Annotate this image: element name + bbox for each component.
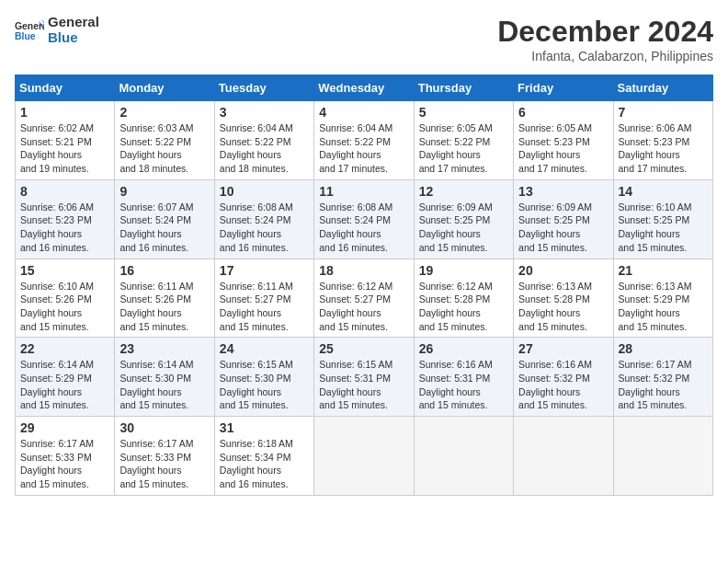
calendar-cell [514,417,613,496]
calendar-week-row: 22Sunrise: 6:14 AMSunset: 5:29 PMDayligh… [16,338,713,417]
day-number: 9 [119,184,209,199]
calendar-week-row: 29Sunrise: 6:17 AMSunset: 5:33 PMDayligh… [16,417,713,496]
day-number: 7 [619,105,708,120]
day-info: Sunrise: 6:08 AMSunset: 5:24 PMDaylight … [319,201,408,255]
month-title: December 2024 [497,15,713,49]
calendar-cell: 6Sunrise: 6:05 AMSunset: 5:23 PMDaylight… [514,101,613,180]
calendar-cell: 14Sunrise: 6:10 AMSunset: 5:25 PMDayligh… [613,179,712,259]
day-info: Sunrise: 6:13 AMSunset: 5:29 PMDaylight … [619,280,708,334]
calendar-cell: 26Sunrise: 6:16 AMSunset: 5:31 PMDayligh… [414,338,513,417]
day-info: Sunrise: 6:15 AMSunset: 5:31 PMDaylight … [319,358,408,412]
day-number: 18 [319,263,408,278]
calendar-cell: 27Sunrise: 6:16 AMSunset: 5:32 PMDayligh… [514,338,613,417]
svg-text:Blue: Blue [15,31,36,41]
day-number: 10 [220,184,309,199]
day-info: Sunrise: 6:03 AMSunset: 5:22 PMDaylight … [119,121,209,176]
calendar-table: SundayMondayTuesdayWednesdayThursdayFrid… [15,75,713,496]
day-info: Sunrise: 6:10 AMSunset: 5:25 PMDaylight … [619,201,708,255]
calendar-week-row: 15Sunrise: 6:10 AMSunset: 5:26 PMDayligh… [16,259,713,338]
day-info: Sunrise: 6:13 AMSunset: 5:28 PMDaylight … [518,280,608,334]
calendar-cell: 7Sunrise: 6:06 AMSunset: 5:23 PMDaylight… [613,101,712,180]
day-info: Sunrise: 6:05 AMSunset: 5:22 PMDaylight … [419,121,508,176]
calendar-cell: 16Sunrise: 6:11 AMSunset: 5:26 PMDayligh… [115,259,214,338]
day-info: Sunrise: 6:17 AMSunset: 5:33 PMDaylight … [20,437,109,491]
day-number: 6 [518,105,608,120]
title-area: December 2024 Infanta, Calabarzon, Phili… [497,15,713,63]
calendar-cell: 30Sunrise: 6:17 AMSunset: 5:33 PMDayligh… [115,417,214,496]
calendar-cell [414,417,513,496]
calendar-cell: 10Sunrise: 6:08 AMSunset: 5:24 PMDayligh… [214,179,313,259]
day-info: Sunrise: 6:16 AMSunset: 5:31 PMDaylight … [419,358,508,412]
day-number: 16 [119,263,209,278]
calendar-header-row: SundayMondayTuesdayWednesdayThursdayFrid… [16,75,713,101]
day-number: 31 [220,420,309,435]
day-info: Sunrise: 6:07 AMSunset: 5:24 PMDaylight … [119,201,209,255]
day-number: 14 [619,184,708,199]
day-number: 2 [119,105,209,120]
calendar-cell: 29Sunrise: 6:17 AMSunset: 5:33 PMDayligh… [16,417,115,496]
day-header-saturday: Saturday [613,75,712,101]
day-number: 8 [20,184,109,199]
day-info: Sunrise: 6:06 AMSunset: 5:23 PMDaylight … [20,201,109,255]
calendar-cell: 2Sunrise: 6:03 AMSunset: 5:22 PMDaylight… [115,101,214,180]
day-number: 26 [419,341,508,356]
logo-icon: General Blue [15,17,44,43]
logo: General Blue General Blue [15,15,99,45]
calendar-cell: 28Sunrise: 6:17 AMSunset: 5:32 PMDayligh… [613,338,712,417]
calendar-week-row: 1Sunrise: 6:02 AMSunset: 5:21 PMDaylight… [16,101,713,180]
day-number: 29 [20,420,109,435]
day-info: Sunrise: 6:09 AMSunset: 5:25 PMDaylight … [518,201,608,255]
calendar-cell: 22Sunrise: 6:14 AMSunset: 5:29 PMDayligh… [16,338,115,417]
day-info: Sunrise: 6:15 AMSunset: 5:30 PMDaylight … [220,358,309,412]
day-info: Sunrise: 6:18 AMSunset: 5:34 PMDaylight … [220,437,309,491]
calendar-week-row: 8Sunrise: 6:06 AMSunset: 5:23 PMDaylight… [16,179,713,259]
day-number: 5 [419,105,508,120]
calendar-cell [613,417,712,496]
calendar-cell: 5Sunrise: 6:05 AMSunset: 5:22 PMDaylight… [414,101,513,180]
day-number: 30 [119,420,209,435]
page-header: General Blue General Blue December 2024 … [15,15,713,63]
day-header-wednesday: Wednesday [314,75,414,101]
day-header-monday: Monday [115,75,214,101]
logo-text-general: General [48,15,99,30]
calendar-cell: 25Sunrise: 6:15 AMSunset: 5:31 PMDayligh… [314,338,414,417]
calendar-cell: 19Sunrise: 6:12 AMSunset: 5:28 PMDayligh… [414,259,513,338]
day-number: 1 [20,105,109,120]
day-info: Sunrise: 6:14 AMSunset: 5:29 PMDaylight … [20,358,109,412]
calendar-cell [314,417,414,496]
day-header-tuesday: Tuesday [214,75,313,101]
day-info: Sunrise: 6:12 AMSunset: 5:27 PMDaylight … [319,280,408,334]
calendar-cell: 17Sunrise: 6:11 AMSunset: 5:27 PMDayligh… [214,259,313,338]
day-number: 21 [619,263,708,278]
day-number: 3 [220,105,309,120]
calendar-cell: 12Sunrise: 6:09 AMSunset: 5:25 PMDayligh… [414,179,513,259]
day-info: Sunrise: 6:16 AMSunset: 5:32 PMDaylight … [518,358,608,412]
day-info: Sunrise: 6:17 AMSunset: 5:32 PMDaylight … [619,358,708,412]
day-info: Sunrise: 6:09 AMSunset: 5:25 PMDaylight … [419,201,508,255]
day-info: Sunrise: 6:11 AMSunset: 5:26 PMDaylight … [119,280,209,334]
day-number: 4 [319,105,408,120]
day-number: 27 [518,341,608,356]
day-header-thursday: Thursday [414,75,513,101]
calendar-cell: 11Sunrise: 6:08 AMSunset: 5:24 PMDayligh… [314,179,414,259]
day-number: 12 [419,184,508,199]
day-number: 17 [220,263,309,278]
day-info: Sunrise: 6:17 AMSunset: 5:33 PMDaylight … [119,437,209,491]
day-number: 19 [419,263,508,278]
calendar-cell: 9Sunrise: 6:07 AMSunset: 5:24 PMDaylight… [115,179,214,259]
day-info: Sunrise: 6:04 AMSunset: 5:22 PMDaylight … [319,121,408,176]
calendar-cell: 18Sunrise: 6:12 AMSunset: 5:27 PMDayligh… [314,259,414,338]
day-number: 11 [319,184,408,199]
calendar-cell: 24Sunrise: 6:15 AMSunset: 5:30 PMDayligh… [214,338,313,417]
calendar-cell: 1Sunrise: 6:02 AMSunset: 5:21 PMDaylight… [16,101,115,180]
day-info: Sunrise: 6:11 AMSunset: 5:27 PMDaylight … [220,280,309,334]
day-info: Sunrise: 6:04 AMSunset: 5:22 PMDaylight … [220,121,309,176]
calendar-cell: 3Sunrise: 6:04 AMSunset: 5:22 PMDaylight… [214,101,313,180]
calendar-cell: 23Sunrise: 6:14 AMSunset: 5:30 PMDayligh… [115,338,214,417]
calendar-cell: 8Sunrise: 6:06 AMSunset: 5:23 PMDaylight… [16,179,115,259]
day-info: Sunrise: 6:02 AMSunset: 5:21 PMDaylight … [20,121,109,176]
day-number: 23 [119,341,209,356]
location-title: Infanta, Calabarzon, Philippines [497,49,713,63]
day-info: Sunrise: 6:08 AMSunset: 5:24 PMDaylight … [220,201,309,255]
logo-text-blue: Blue [48,30,99,46]
